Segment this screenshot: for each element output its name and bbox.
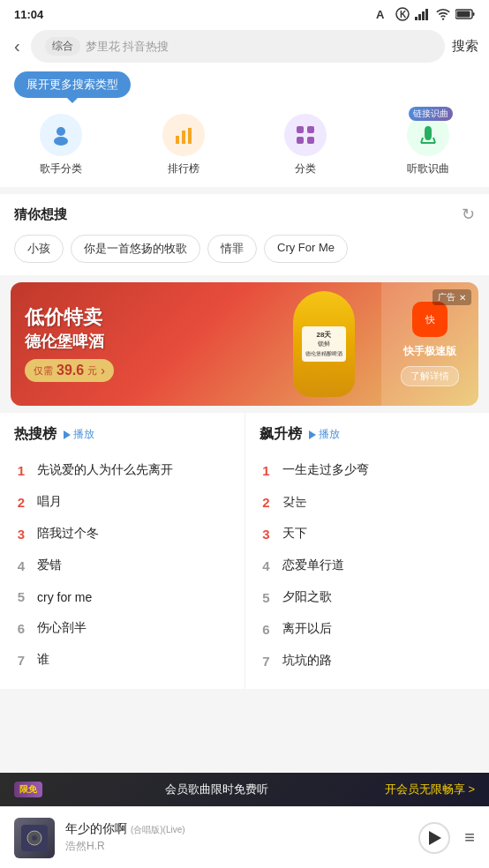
rank-num: 7	[260, 654, 274, 669]
svg-text:A: A	[376, 8, 385, 21]
hot-item-2[interactable]: 3 陪我过个冬	[0, 518, 244, 550]
ad-left: 低价特卖 德伦堡啤酒 仅需 39.6 元 ›	[11, 296, 267, 393]
hot-play-button[interactable]: 播放	[64, 427, 94, 442]
rising-item-6[interactable]: 7 坑坑的路	[245, 645, 490, 677]
svg-rect-9	[473, 12, 475, 16]
song-name: 갖눈	[282, 494, 307, 510]
guess-tag-0[interactable]: 小孩	[14, 235, 64, 263]
svg-rect-3	[415, 17, 418, 20]
nav-category[interactable]: 分类	[284, 114, 327, 176]
song-name: 谁	[37, 652, 49, 668]
ad-banner[interactable]: 低价特卖 德伦堡啤酒 仅需 39.6 元 › 28天 锁鲜 德伦堡精酿啤酒 快 …	[11, 282, 478, 406]
song-name: 唱月	[37, 494, 62, 510]
hot-item-4[interactable]: 5 cry for me	[0, 581, 244, 612]
play-triangle-icon	[309, 430, 316, 439]
charts-section: 热搜榜 播放 1 先说爱的人为什么先离开 2 唱月 3 陪我过个冬 4 爱错	[0, 413, 489, 689]
rising-item-2[interactable]: 3 天下	[245, 518, 490, 550]
search-placeholder: 梦里花 抖音热搜	[86, 39, 169, 55]
guess-tag-1[interactable]: 你是一首悠扬的牧歌	[71, 235, 200, 263]
identify-tag: 链接识曲	[409, 107, 453, 121]
header: ‹ 综合 梦里花 抖音热搜 搜索	[0, 25, 489, 71]
svg-rect-14	[182, 131, 185, 144]
rank-num: 7	[14, 653, 28, 668]
song-name: 陪我过个冬	[37, 526, 99, 542]
ad-detail-button[interactable]: 了解详情	[401, 366, 459, 386]
rank-num: 3	[14, 527, 28, 542]
search-bar[interactable]: 综合 梦里花 抖音热搜	[31, 30, 445, 63]
queue-button[interactable]: ≡	[464, 827, 475, 848]
rising-item-5[interactable]: 6 离开以后	[245, 613, 490, 645]
player-artist: 浩然H.R	[65, 839, 408, 854]
svg-rect-15	[188, 128, 192, 144]
signal-icon	[415, 8, 431, 20]
nav-singer[interactable]: 歌手分类	[40, 114, 82, 176]
svg-point-27	[32, 835, 37, 841]
svg-rect-6	[425, 9, 428, 20]
guess-tag-3[interactable]: Cry For Me	[264, 235, 348, 263]
wifi-icon	[436, 8, 450, 20]
rising-chart-title: 飙升榜	[260, 425, 302, 444]
back-button[interactable]: ‹	[11, 33, 24, 60]
hot-chart-header: 热搜榜 播放	[0, 425, 244, 454]
battery-icon	[455, 9, 475, 19]
player-play-button[interactable]	[418, 822, 450, 854]
nav-icons: 歌手分类 排行榜 分类	[0, 105, 489, 187]
song-name: 一生走过多少弯	[282, 462, 369, 478]
nav-chart-label: 排行榜	[168, 161, 199, 176]
status-icons: A K	[376, 7, 475, 21]
rising-item-4[interactable]: 5 夕阳之歌	[245, 581, 490, 613]
svg-rect-13	[176, 136, 179, 144]
guess-section-header: 猜你想搜 ↻	[0, 194, 489, 231]
ad-close-button[interactable]: ✕	[459, 293, 466, 303]
member-badge: 限免	[14, 782, 42, 797]
nav-identify[interactable]: 链接识曲 听歌识曲	[407, 114, 449, 176]
ad-title: 低价特卖 德伦堡啤酒	[25, 306, 252, 353]
rank-num: 4	[260, 558, 274, 573]
player-controls: ≡	[418, 822, 475, 854]
charts-grid: 热搜榜 播放 1 先说爱的人为什么先离开 2 唱月 3 陪我过个冬 4 爱错	[0, 413, 489, 689]
svg-text:K: K	[400, 10, 407, 19]
search-button[interactable]: 搜索	[452, 38, 478, 55]
k-icon: K	[395, 7, 410, 21]
player-bar: 年少的你啊 (合唱版)(Live) 浩然H.R ≡	[0, 806, 489, 868]
player-title: 年少的你啊 (合唱版)(Live)	[65, 821, 408, 837]
rising-item-1[interactable]: 2 갖눈	[245, 486, 490, 518]
hot-item-1[interactable]: 2 唱月	[0, 486, 244, 518]
rank-num: 1	[14, 463, 28, 478]
svg-rect-19	[307, 137, 314, 144]
tooltip-bubble[interactable]: 展开更多搜索类型	[14, 71, 131, 98]
status-bar: 11:04 A K	[0, 0, 489, 25]
svg-point-11	[56, 127, 65, 136]
member-text: 会员歌曲限时免费听	[165, 782, 268, 797]
ad-price-row: 仅需 39.6 元 ›	[25, 359, 114, 382]
beer-label: 28天 锁鲜 德伦堡精酿啤酒	[302, 326, 346, 362]
hot-item-3[interactable]: 4 爱错	[0, 550, 244, 581]
rank-num: 6	[260, 622, 274, 637]
rank-num: 6	[14, 621, 28, 636]
ad-tag: 广告 ✕	[433, 289, 471, 305]
search-tag: 综合	[45, 37, 80, 56]
refresh-button[interactable]: ↻	[462, 205, 475, 224]
song-name: 爱错	[37, 557, 62, 573]
song-name: 离开以后	[282, 621, 332, 637]
member-cta-button[interactable]: 开会员无限畅享 >	[385, 782, 475, 797]
nav-chart[interactable]: 排行榜	[162, 114, 205, 176]
hot-item-0[interactable]: 1 先说爱的人为什么先离开	[0, 454, 244, 486]
player-info: 年少的你啊 (合唱版)(Live) 浩然H.R	[65, 821, 408, 854]
nav-category-label: 分类	[295, 161, 316, 176]
beer-bottle: 28天 锁鲜 德伦堡精酿啤酒	[293, 291, 355, 397]
hot-item-5[interactable]: 6 伤心剖半	[0, 612, 244, 644]
player-thumbnail	[14, 818, 55, 858]
rising-item-0[interactable]: 1 一生走过多少弯	[245, 454, 490, 486]
guess-tag-2[interactable]: 情罪	[207, 235, 257, 263]
rising-play-button[interactable]: 播放	[309, 427, 340, 442]
guess-title: 猜你想搜	[14, 206, 67, 223]
svg-rect-17	[307, 126, 314, 133]
hot-item-6[interactable]: 7 谁	[0, 644, 244, 676]
song-name: 夕阳之歌	[282, 589, 332, 605]
hot-chart: 热搜榜 播放 1 先说爱的人为什么先离开 2 唱月 3 陪我过个冬 4 爱错	[0, 413, 245, 689]
svg-rect-16	[297, 126, 304, 133]
rank-num: 2	[14, 495, 28, 510]
rising-item-3[interactable]: 4 恋爱单行道	[245, 550, 490, 581]
song-name: 坑坑的路	[282, 653, 332, 669]
